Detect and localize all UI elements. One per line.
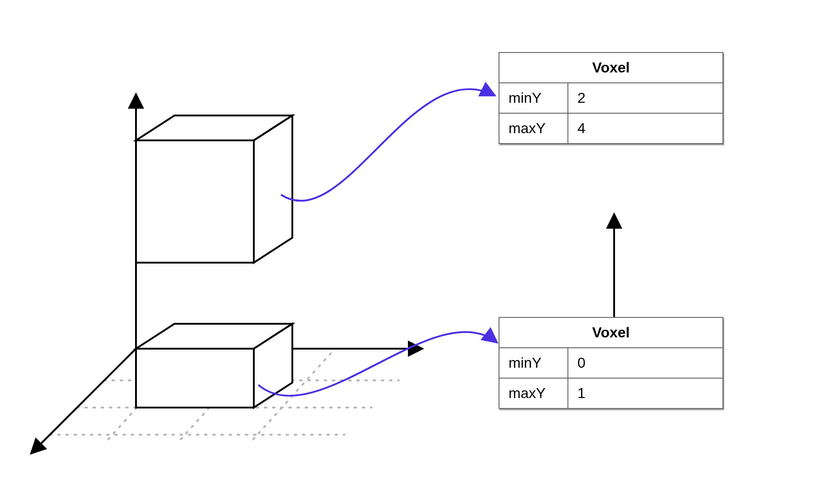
curve-arrow-top bbox=[281, 89, 494, 201]
axis-z bbox=[32, 349, 136, 453]
voxel-table-top-row0-val: 2 bbox=[568, 83, 723, 113]
svg-marker-8 bbox=[254, 115, 292, 263]
curve-arrow-bottom bbox=[258, 332, 496, 396]
voxel-table-bottom-title: Voxel bbox=[499, 317, 723, 348]
voxel-table-top-title: Voxel bbox=[499, 53, 723, 83]
svg-rect-9 bbox=[136, 349, 254, 408]
voxel-table-bottom-row1-key: maxY bbox=[499, 378, 568, 408]
voxel-table-top-row0-key: minY bbox=[499, 83, 568, 113]
voxel-table-bottom-row0-val: 0 bbox=[568, 348, 723, 378]
voxel-table-top-row1-val: 4 bbox=[568, 113, 723, 144]
voxel-table-top: Voxel minY 2 maxY 4 bbox=[499, 52, 723, 144]
lower-voxel-cube bbox=[136, 324, 292, 408]
svg-rect-6 bbox=[136, 140, 254, 263]
voxel-table-bottom-row1-val: 1 bbox=[568, 378, 723, 408]
voxel-table-bottom-row0-key: minY bbox=[499, 348, 568, 378]
voxel-table-bottom: Voxel minY 0 maxY 1 bbox=[499, 317, 723, 409]
voxel-table-top-row1-key: maxY bbox=[499, 113, 568, 144]
upper-voxel-cube bbox=[136, 115, 292, 263]
